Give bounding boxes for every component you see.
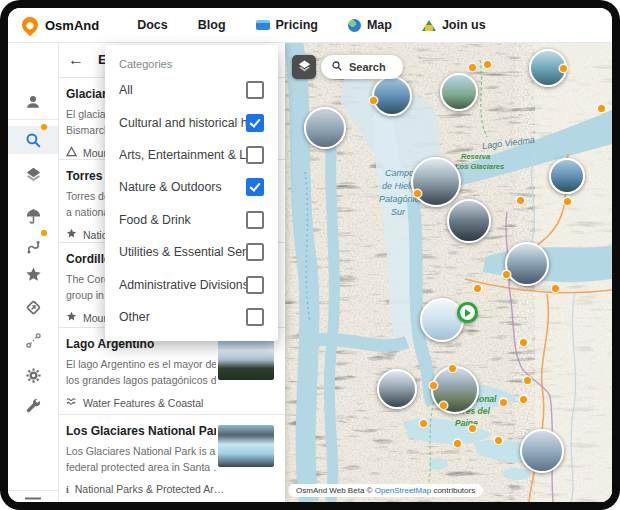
photo-marker[interactable] [420, 298, 464, 342]
sidebar-item-layers[interactable] [8, 159, 58, 189]
checkbox[interactable] [246, 146, 264, 164]
option-cultural[interactable]: Cultural and historical he… [105, 106, 278, 138]
option-food[interactable]: Food & Drink [105, 204, 278, 236]
sidebar-item-tools[interactable] [8, 391, 58, 421]
map-canvas[interactable]: Lago Viedma Campo de Hielo Patagónico Su… [285, 42, 612, 502]
photo-marker[interactable] [431, 366, 479, 414]
map-search-label: Search [349, 61, 386, 73]
poi-dot[interactable] [474, 285, 481, 292]
poi-dot[interactable] [449, 365, 456, 372]
poi-dot[interactable] [598, 105, 605, 112]
checkbox[interactable] [246, 114, 264, 132]
sidebar-item-plan-route[interactable] [8, 325, 58, 355]
sidebar-item-navigation[interactable] [8, 292, 58, 322]
photo-marker[interactable] [411, 157, 461, 207]
option-all[interactable]: All [105, 74, 278, 106]
photo-marker[interactable] [304, 107, 346, 149]
sidebar-item-profile[interactable] [8, 87, 58, 117]
pricing-card-icon [256, 20, 270, 30]
photo-marker[interactable] [549, 158, 585, 194]
poi-dot[interactable] [520, 396, 527, 403]
poi-dot[interactable] [469, 64, 476, 71]
nav-pricing[interactable]: Pricing [256, 18, 318, 32]
tracks-badge [41, 230, 47, 236]
checkbox[interactable] [246, 211, 264, 229]
globe-icon [348, 19, 361, 32]
poi-dot[interactable] [520, 339, 527, 346]
checkbox[interactable] [246, 81, 264, 99]
nav-map[interactable]: Map [348, 18, 392, 32]
track-play-marker[interactable] [457, 302, 478, 323]
poi-dot[interactable] [524, 377, 531, 384]
dropdown-title: Categories [105, 45, 278, 74]
explore-card-los-glaciares[interactable]: Los Glaciares National Park Los Glaciare… [58, 415, 285, 499]
nav-links: Docs Blog Pricing Map Join us [137, 18, 486, 32]
map-layers-button[interactable] [292, 55, 316, 79]
map-search-icon [331, 58, 343, 76]
poi-dot[interactable] [495, 437, 502, 444]
rail-divider [8, 119, 58, 120]
poi-dot[interactable] [370, 97, 377, 104]
sidebar-item-search[interactable] [8, 125, 58, 155]
photo-marker[interactable] [520, 429, 564, 473]
nav-docs[interactable]: Docs [137, 18, 168, 32]
poi-dot[interactable] [420, 420, 427, 427]
option-admin[interactable]: Administrative Divisions [105, 268, 278, 300]
poi-dot[interactable] [500, 399, 507, 406]
back-arrow-icon[interactable]: ← [68, 51, 84, 69]
poi-dot[interactable] [560, 65, 567, 72]
poi-dot[interactable] [454, 440, 461, 447]
sidebar-item-favorites[interactable] [8, 259, 58, 289]
nav-join-us[interactable]: Join us [422, 18, 486, 32]
photo-marker[interactable] [447, 199, 491, 243]
poi-dot[interactable] [484, 61, 491, 68]
star-icon [66, 311, 77, 324]
gear-icon [24, 366, 43, 385]
photo-marker[interactable] [440, 73, 478, 111]
poi-dot[interactable] [517, 197, 524, 204]
sidebar-item-settings[interactable] [8, 360, 58, 390]
checkbox[interactable] [246, 178, 264, 196]
poi-dot[interactable] [430, 382, 437, 389]
explore-card-lago-argentino[interactable]: Lago Argentino El lago Argentino es el m… [58, 328, 285, 415]
poi-dot[interactable] [564, 198, 571, 205]
star-icon [66, 228, 77, 241]
poi-dot[interactable] [414, 190, 421, 197]
waves-icon [66, 396, 77, 409]
screenshot-root: OsmAnd Docs Blog Pricing Map Join us [0, 0, 620, 510]
sidebar-rail: Menu [8, 42, 59, 502]
logo-text: OsmAnd [45, 18, 99, 33]
mountain-icon [66, 146, 77, 159]
openstreetmap-link[interactable]: OpenStreetMap [375, 486, 431, 495]
umbrella-icon [24, 207, 43, 226]
poi-dot[interactable] [552, 285, 559, 292]
tracks-icon [24, 237, 43, 256]
categories-dropdown: Categories All Cultural and historical h… [105, 45, 278, 341]
poi-dot[interactable] [440, 402, 447, 409]
map-search-button[interactable]: Search [321, 55, 403, 79]
option-nature[interactable]: Nature & Outdoors [105, 171, 278, 203]
osmand-logo[interactable]: OsmAnd [22, 17, 99, 33]
wrench-icon [24, 397, 43, 416]
sidebar-item-tracks[interactable] [8, 231, 58, 261]
option-other[interactable]: Other [105, 301, 278, 333]
checkbox[interactable] [246, 308, 264, 326]
nav-blog[interactable]: Blog [198, 18, 226, 32]
app-window: OsmAnd Docs Blog Pricing Map Join us [8, 8, 612, 502]
photo-marker[interactable] [377, 369, 417, 409]
photo-marker[interactable] [505, 242, 549, 286]
sidebar-item-weather[interactable] [8, 201, 58, 231]
search-badge [41, 124, 47, 130]
checkbox[interactable] [246, 243, 264, 261]
map-markers [285, 42, 612, 502]
rail-divider [8, 490, 58, 491]
checkbox[interactable] [246, 276, 264, 294]
option-arts[interactable]: Arts, Entertainment & Lei… [105, 139, 278, 171]
photo-marker[interactable] [372, 76, 412, 116]
top-navbar: OsmAnd Docs Blog Pricing Map Join us [8, 8, 612, 43]
poi-dot[interactable] [469, 425, 476, 432]
poi-dot[interactable] [503, 271, 510, 278]
osmand-logo-icon [19, 14, 42, 37]
menu-button[interactable]: Menu [8, 496, 58, 502]
option-utilities[interactable]: Utilities & Essential Servi… [105, 236, 278, 268]
